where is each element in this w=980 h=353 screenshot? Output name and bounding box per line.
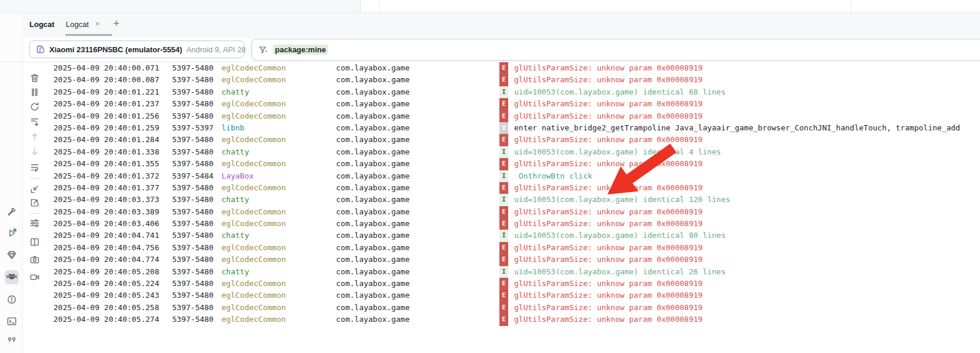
sidebar-item-problems[interactable] (5, 293, 19, 307)
log-pid-tid: 5397-5480 (172, 62, 221, 74)
log-message: glUtilsParamSize: unknow param 0x0000891… (508, 242, 980, 254)
table-row[interactable]: 2025-04-09 20:40:01.259 5397-5397 libnb … (46, 122, 980, 134)
table-row[interactable]: 2025-04-09 20:40:01.355 5397-5480 eglCod… (46, 158, 980, 170)
log-pid-tid: 5397-5480 (172, 182, 221, 194)
table-row[interactable]: 2025-04-09 20:40:05.258 5397-5480 eglCod… (46, 302, 980, 314)
top-toolbar-segment (0, 0, 360, 12)
previous-occurrence-icon (29, 132, 40, 142)
table-row[interactable]: 2025-04-09 20:40:05.243 5397-5480 eglCod… (46, 290, 980, 301)
log-tag: eglCodecCommon (221, 242, 336, 254)
log-pid-tid: 5397-5480 (172, 242, 221, 254)
table-row[interactable]: 2025-04-09 20:40:04.741 5397-5480 chatty… (46, 230, 980, 241)
tool-window-stripe (0, 13, 23, 353)
log-level-badge: I (499, 146, 508, 158)
log-tag: eglCodecCommon (221, 98, 336, 110)
table-row[interactable]: 2025-04-09 20:40:01.256 5397-5480 eglCod… (46, 110, 980, 122)
next-occurrence-button[interactable] (28, 144, 42, 159)
table-row[interactable]: 2025-04-09 20:40:01.338 5397-5480 chatty… (46, 146, 980, 158)
log-package: com.layabox.game (336, 110, 499, 122)
log-level-badge: I (499, 86, 508, 98)
logcat-toolbar-row: Xiaomi 23116PN5BC (emulator-5554) Androi… (24, 38, 980, 62)
log-pid-tid: 5397-5480 (172, 74, 221, 86)
table-row[interactable]: 2025-04-09 20:40:01.237 5397-5480 eglCod… (46, 98, 980, 110)
log-tag: eglCodecCommon (221, 158, 336, 170)
log-message: glUtilsParamSize: unknow param 0x0000891… (508, 290, 980, 301)
sidebar-item-version-control[interactable] (5, 335, 19, 349)
log-level-badge: V (499, 122, 508, 134)
toolbar-separator (30, 213, 39, 214)
log-pid-tid: 5397-5480 (172, 302, 221, 314)
log-package: com.layabox.game (336, 230, 499, 241)
import-logs-button[interactable] (28, 182, 42, 196)
log-pid-tid: 5397-5480 (172, 290, 221, 301)
logcat-filter-input[interactable]: package:mine (251, 39, 980, 60)
table-row[interactable]: 2025-04-09 20:40:01.377 5397-5480 eglCod… (46, 182, 980, 194)
screen-record-button[interactable] (28, 270, 42, 284)
table-row[interactable]: 2025-04-09 20:40:00.071 5397-5480 eglCod… (46, 62, 980, 74)
split-panel-button[interactable] (28, 235, 42, 249)
log-pid-tid: 5397-5480 (172, 266, 221, 278)
sidebar-item-run[interactable] (5, 226, 19, 240)
log-pid-tid: 5397-5397 (172, 122, 221, 134)
table-row[interactable]: 2025-04-09 20:40:00.087 5397-5480 eglCod… (46, 74, 980, 86)
table-row[interactable]: 2025-04-09 20:40:03.373 5397-5480 chatty… (46, 194, 980, 206)
log-message: glUtilsParamSize: unknow param 0x0000891… (508, 158, 980, 170)
table-row[interactable]: 2025-04-09 20:40:03.406 5397-5480 eglCod… (46, 218, 980, 230)
screenshot-camera-button[interactable] (28, 253, 42, 267)
sidebar-item-terminal[interactable] (5, 314, 19, 328)
log-message: glUtilsParamSize: unknow param 0x0000891… (508, 218, 980, 230)
table-row[interactable]: 2025-04-09 20:40:01.372 5397-5484 LayaBo… (46, 170, 980, 182)
table-row[interactable]: 2025-04-09 20:40:03.389 5397-5480 eglCod… (46, 206, 980, 218)
log-timestamp: 2025-04-09 20:40:01.355 (53, 158, 172, 170)
restart-button[interactable] (28, 100, 42, 114)
close-icon[interactable]: × (95, 19, 100, 28)
add-tab-button[interactable]: + (109, 16, 123, 31)
clear-trash-button[interactable] (28, 71, 42, 85)
previous-occurrence-button[interactable] (28, 130, 42, 144)
log-message: uid=10053(com.layabox.game) identical 80… (508, 230, 980, 241)
log-timestamp: 2025-04-09 20:40:03.373 (53, 194, 172, 206)
scroll-to-end-button[interactable] (28, 115, 42, 129)
sidebar-item-build-hammer[interactable] (5, 204, 19, 218)
log-level-badge: E (499, 74, 508, 86)
screenshot-camera-icon (29, 254, 40, 265)
log-timestamp: 2025-04-09 20:40:01.221 (53, 86, 172, 98)
log-package: com.layabox.game (336, 278, 499, 290)
run-icon (6, 228, 17, 238)
table-row[interactable]: 2025-04-09 20:40:01.284 5397-5480 eglCod… (46, 134, 980, 146)
pause-button[interactable] (28, 85, 42, 99)
log-pid-tid: 5397-5480 (172, 278, 221, 290)
log-message: glUtilsParamSize: unknow param 0x0000891… (508, 74, 980, 86)
configure-options-icon (29, 218, 40, 228)
table-row[interactable]: 2025-04-09 20:40:05.274 5397-5480 eglCod… (46, 314, 980, 325)
log-pid-tid: 5397-5484 (172, 170, 221, 182)
log-timestamp: 2025-04-09 20:40:05.208 (53, 266, 172, 278)
log-tag: chatty (221, 146, 336, 158)
split-panel-icon (29, 237, 40, 247)
table-row[interactable]: 2025-04-09 20:40:05.208 5397-5480 chatty… (46, 266, 980, 278)
device-selector[interactable]: Xiaomi 23116PN5BC (emulator-5554) Androi… (29, 41, 244, 58)
log-timestamp: 2025-04-09 20:40:01.284 (53, 134, 172, 146)
log-message: uid=10053(com.layabox.game) identical 26… (508, 266, 980, 278)
sidebar-item-profiler-gem[interactable] (5, 248, 19, 262)
table-row[interactable]: 2025-04-09 20:40:01.221 5397-5480 chatty… (46, 86, 980, 98)
configure-options-button[interactable] (28, 216, 42, 230)
log-package: com.layabox.game (336, 62, 499, 74)
export-logs-button[interactable] (28, 196, 42, 210)
log-message: glUtilsParamSize: unknow param 0x0000891… (508, 62, 980, 74)
pause-icon (29, 87, 40, 98)
tab-logcat[interactable]: Logcat (66, 20, 89, 29)
log-pid-tid: 5397-5480 (172, 98, 221, 110)
log-timestamp: 2025-04-09 20:40:01.338 (53, 146, 172, 158)
log-timestamp: 2025-04-09 20:40:05.274 (53, 314, 172, 325)
table-row[interactable]: 2025-04-09 20:40:05.224 5397-5480 eglCod… (46, 278, 980, 290)
log-output-area[interactable]: 2025-04-09 20:40:00.071 5397-5480 eglCod… (46, 62, 980, 353)
log-level-badge: E (499, 110, 508, 122)
log-message: enter native_bridge2_getTrampoline Java_… (508, 122, 980, 134)
sidebar-item-logcat-cat[interactable] (5, 270, 19, 284)
table-row[interactable]: 2025-04-09 20:40:04.774 5397-5480 eglCod… (46, 254, 980, 265)
log-message: glUtilsParamSize: unknow param 0x0000891… (508, 98, 980, 110)
filter-query-token[interactable]: package:mine (273, 45, 328, 55)
table-row[interactable]: 2025-04-09 20:40:04.756 5397-5480 eglCod… (46, 242, 980, 254)
soft-wrap-button[interactable] (28, 160, 42, 174)
